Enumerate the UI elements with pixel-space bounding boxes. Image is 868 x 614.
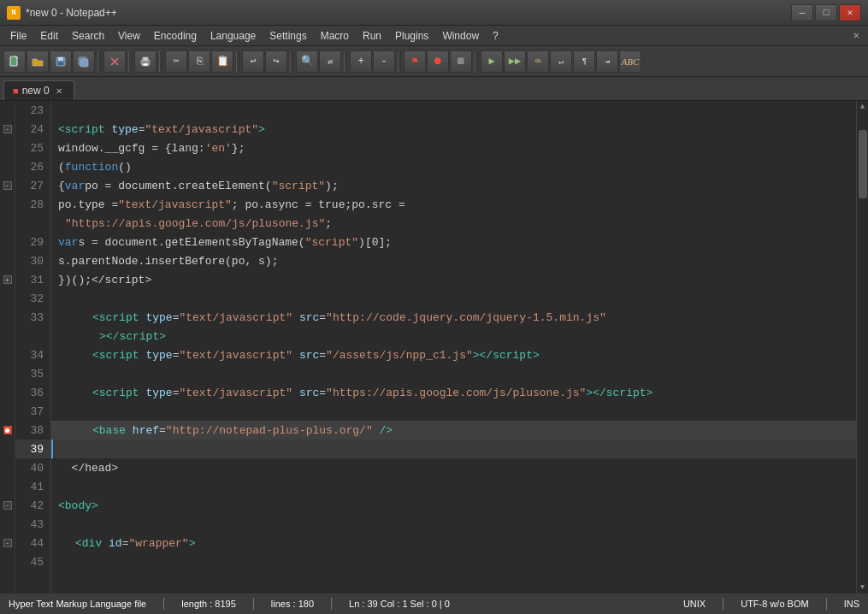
vertical-scrollbar[interactable]: ▲ ▼ [856, 101, 868, 593]
run-10-button[interactable]: ▶▶ [504, 50, 526, 73]
minimize-button[interactable]: — [791, 4, 813, 21]
menu-run[interactable]: Run [356, 28, 388, 44]
menu-file[interactable]: File [3, 28, 33, 44]
margin-cell-33w [0, 327, 15, 345]
line-num-25: 25 [15, 139, 50, 157]
code-line-41[interactable] [51, 477, 856, 496]
window-controls[interactable]: — □ ✕ [791, 4, 861, 21]
status-encoding: UTF-8 w/o BOM [741, 599, 808, 609]
menu-edit[interactable]: Edit [33, 28, 65, 44]
print-button[interactable] [134, 50, 156, 73]
margin-cell-27[interactable]: - [0, 176, 15, 195]
line-num-28w [15, 214, 50, 233]
find-replace-button[interactable]: ⇄ [319, 50, 341, 73]
zoom-out-button[interactable]: - [373, 50, 395, 73]
close-button[interactable]: ✕ [839, 4, 861, 21]
bookmark-button[interactable]: ⚑ [404, 50, 426, 73]
menu-plugins[interactable]: Plugins [388, 28, 435, 44]
fold-marker-24[interactable]: - [3, 125, 12, 133]
new-button[interactable] [3, 50, 26, 73]
menu-macro[interactable]: Macro [314, 28, 356, 44]
menu-help[interactable]: ? [486, 28, 505, 44]
code-line-42[interactable]: <body> [51, 496, 856, 515]
paste-button[interactable]: 📋 [211, 50, 233, 73]
menu-close-button[interactable]: ✕ [848, 29, 865, 42]
cut-button[interactable]: ✂ [165, 50, 187, 73]
code-line-27[interactable]: {var po = document.createElement("script… [51, 176, 856, 195]
play-many-button[interactable]: ∞ [527, 50, 549, 73]
margin-cell-35 [0, 364, 15, 383]
menu-window[interactable]: Window [435, 28, 486, 44]
spell-button[interactable]: ABC [619, 50, 641, 73]
code-line-29[interactable]: var s = document.getElementsByTagName("s… [51, 233, 856, 251]
code-line-33w[interactable]: ></script> [51, 327, 856, 345]
undo-button[interactable]: ↩ [242, 50, 264, 73]
margin-cell-42[interactable]: - [0, 496, 15, 515]
redo-button[interactable]: ↪ [265, 50, 287, 73]
code-line-43[interactable] [51, 515, 856, 534]
code-line-40[interactable]: </head> [51, 458, 856, 477]
code-line-31[interactable]: })();</script> [51, 270, 856, 289]
margin-cell-38: ● [0, 421, 15, 440]
tab-new-0[interactable]: ■ new 0 ✕ [3, 80, 74, 100]
copy-button[interactable]: ⎘ [188, 50, 210, 73]
code-line-26[interactable]: (function() [51, 157, 856, 176]
save-all-button[interactable] [73, 50, 95, 73]
margin-cell-44[interactable]: - [0, 534, 15, 552]
scrollbar-thumb[interactable] [859, 130, 867, 198]
scroll-up-arrow[interactable]: ▲ [857, 101, 869, 113]
line-num-24: 24 [15, 120, 50, 139]
line-num-30: 30 [15, 251, 50, 270]
open-button[interactable] [27, 50, 49, 73]
record-button[interactable]: ⏺ [427, 50, 449, 73]
find-button[interactable]: 🔍 [296, 50, 318, 73]
word-wrap-button[interactable]: ↵ [550, 50, 572, 73]
code-line-36[interactable]: <script type="text/javascript" src="http… [51, 383, 856, 402]
menu-settings[interactable]: Settings [263, 28, 313, 44]
code-line-38[interactable]: <base href="http://notepad-plus-plus.org… [51, 421, 856, 440]
code-line-24[interactable]: <script type="text/javascript"> [51, 120, 856, 139]
menu-view[interactable]: View [111, 28, 147, 44]
maximize-button[interactable]: □ [815, 4, 837, 21]
tab-close-button[interactable]: ✕ [53, 85, 65, 97]
stop-button[interactable]: ⏹ [450, 50, 472, 73]
menu-encoding[interactable]: Encoding [147, 28, 204, 44]
code-line-30[interactable]: s.parentNode.insertBefore(po, s); [51, 251, 856, 270]
menu-language[interactable]: Language [204, 28, 263, 44]
all-chars-button[interactable]: ¶ [573, 50, 595, 73]
code-line-44[interactable]: <div id="wrapper"> [51, 534, 856, 552]
scroll-down-arrow[interactable]: ▼ [857, 582, 869, 593]
margin-cell-25 [0, 139, 15, 157]
fold-marker-31[interactable]: + [3, 275, 12, 284]
code-line-23[interactable] [51, 101, 856, 120]
fold-marker-44[interactable]: - [3, 539, 12, 547]
save-button[interactable] [50, 50, 72, 73]
code-line-34[interactable]: <script type="text/javascript" src="/ass… [51, 345, 856, 364]
run-button[interactable]: ▶ [481, 50, 503, 73]
zoom-in-button[interactable]: + [350, 50, 372, 73]
toolbar-sep-4 [236, 51, 239, 72]
code-area[interactable]: <script type="text/javascript"> window._… [51, 101, 856, 593]
menu-search[interactable]: Search [65, 28, 111, 44]
margin-cell-33 [0, 308, 15, 327]
code-line-37[interactable] [51, 402, 856, 421]
code-line-25[interactable]: window.__gcfg = {lang: 'en'}; [51, 139, 856, 157]
bookmark-marker-38[interactable]: ● [3, 426, 12, 434]
code-line-33[interactable]: <script type="text/javascript" src="http… [51, 308, 856, 327]
fold-marker-27[interactable]: - [3, 181, 12, 190]
tabs-bar: ■ new 0 ✕ [0, 77, 868, 101]
code-line-32[interactable] [51, 289, 856, 308]
margin-cell-28a [0, 195, 15, 214]
margin-cell-34 [0, 345, 15, 364]
indent-button[interactable]: ⇥ [596, 50, 618, 73]
status-sep-3 [331, 598, 332, 610]
margin-cell-24[interactable]: - [0, 120, 15, 139]
code-line-39[interactable] [51, 440, 856, 458]
code-line-45[interactable] [51, 552, 856, 571]
code-line-28[interactable]: po.type = "text/javascript"; po.async = … [51, 195, 856, 214]
line-num-32: 32 [15, 289, 50, 308]
code-line-35[interactable] [51, 364, 856, 383]
close-tab-button[interactable] [103, 50, 126, 73]
fold-marker-42[interactable]: - [3, 501, 12, 510]
code-line-28w[interactable]: "https://apis.google.com/js/plusone.js"; [51, 214, 856, 233]
